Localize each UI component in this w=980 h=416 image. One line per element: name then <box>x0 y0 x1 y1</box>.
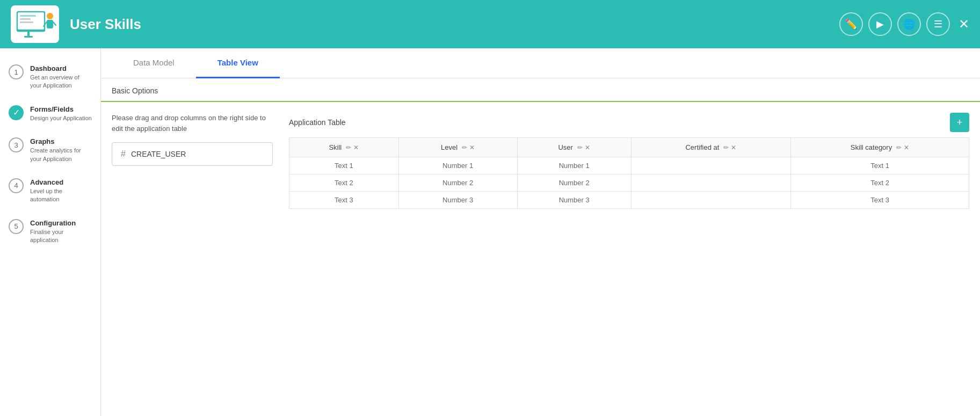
user-close-icon[interactable]: ✕ <box>585 144 590 151</box>
table-row: Text 2 Number 2 Number 2 Text 2 <box>289 174 969 192</box>
sidebar-item-dashboard[interactable]: 1 Dashboard Get an overview of your Appl… <box>0 57 100 98</box>
close-button[interactable]: ✕ <box>959 17 969 32</box>
sidebar-config-title: Configuration <box>30 219 92 227</box>
skillcat-edit-icon[interactable]: ✏ <box>896 144 902 151</box>
cell-skillcat-3: Text 3 <box>791 192 969 209</box>
sidebar-item-advanced[interactable]: 4 Advanced Level up the automation <box>0 171 100 211</box>
skill-close-icon[interactable]: ✕ <box>353 144 359 151</box>
tab-bar: Data Model Table View <box>101 48 980 78</box>
sidebar-item-graphs[interactable]: 3 Graphs Create analytics for your Appli… <box>0 130 100 171</box>
edit-button[interactable]: ✏️ <box>839 12 863 36</box>
options-title: Basic Options <box>112 86 158 95</box>
step-5-circle: 5 <box>9 219 24 234</box>
col-header-skill-category: Skill category ✏ ✕ <box>791 138 969 157</box>
play-button[interactable]: ▶ <box>868 12 892 36</box>
sidebar: 1 Dashboard Get an overview of your Appl… <box>0 48 101 416</box>
sidebar-item-config[interactable]: 5 Configuration Finalise your applicatio… <box>0 211 100 252</box>
sidebar-forms-title: Forms/Fields <box>30 105 92 113</box>
svg-rect-8 <box>47 20 53 28</box>
hash-icon: # <box>121 149 126 159</box>
svg-rect-3 <box>20 18 31 20</box>
skill-edit-icon[interactable]: ✏ <box>346 144 351 151</box>
inner-content: Please drag and drop columns on the righ… <box>101 102 980 416</box>
sidebar-dashboard-subtitle: Get an overview of your Application <box>30 74 92 90</box>
level-close-icon[interactable]: ✕ <box>469 144 475 151</box>
sidebar-graphs-subtitle: Create analytics for your Application <box>30 147 92 163</box>
col-header-level: Level ✏ ✕ <box>398 138 517 157</box>
create-user-label: CREATE_USER <box>131 150 186 158</box>
col-header-skill: Skill ✏ ✕ <box>289 138 399 157</box>
cell-user-3: Number 3 <box>517 192 631 209</box>
table-header-row: Application Table + <box>289 113 969 132</box>
application-table: Skill ✏ ✕ Level <box>289 137 969 209</box>
certified-close-icon[interactable]: ✕ <box>731 144 736 151</box>
globe-button[interactable]: 🌐 <box>897 12 921 36</box>
svg-line-10 <box>53 22 56 25</box>
cell-certified-3 <box>631 192 790 209</box>
col-header-certified: Certified at ✏ ✕ <box>631 138 790 157</box>
cell-skill-2: Text 2 <box>289 174 399 192</box>
page-title: User Skills <box>70 16 141 33</box>
col-header-user: User ✏ ✕ <box>517 138 631 157</box>
right-panel: Application Table + Skill ✏ ✕ <box>289 113 969 405</box>
cell-level-1: Number 1 <box>398 157 517 174</box>
svg-rect-6 <box>24 36 33 38</box>
sidebar-config-subtitle: Finalise your application <box>30 228 92 245</box>
content-area: Data Model Table View Basic Options Plea… <box>101 48 980 416</box>
cell-certified-1 <box>631 157 790 174</box>
level-edit-icon[interactable]: ✏ <box>462 144 467 151</box>
app-table-title: Application Table <box>289 118 346 127</box>
sidebar-advanced-title: Advanced <box>30 178 92 186</box>
add-column-button[interactable]: + <box>950 113 969 132</box>
step-3-circle: 3 <box>9 137 24 152</box>
main-layout: 1 Dashboard Get an overview of your Appl… <box>0 48 980 416</box>
options-section: Basic Options <box>101 78 980 102</box>
table-row: Text 3 Number 3 Number 3 Text 3 <box>289 192 969 209</box>
left-panel-description: Please drag and drop columns on the righ… <box>112 113 273 134</box>
cell-skill-3: Text 3 <box>289 192 399 209</box>
sidebar-advanced-subtitle: Level up the automation <box>30 187 92 204</box>
header-logo <box>11 5 59 43</box>
svg-point-7 <box>47 13 53 19</box>
svg-rect-1 <box>18 12 44 30</box>
svg-rect-2 <box>20 15 36 17</box>
step-1-circle: 1 <box>9 64 24 79</box>
table-row: Text 1 Number 1 Number 1 Text 1 <box>289 157 969 174</box>
certified-edit-icon[interactable]: ✏ <box>723 144 729 151</box>
step-check-circle: ✓ <box>9 105 24 120</box>
cell-level-3: Number 3 <box>398 192 517 209</box>
left-panel: Please drag and drop columns on the righ… <box>112 113 273 405</box>
skillcat-close-icon[interactable]: ✕ <box>904 144 909 151</box>
sidebar-item-forms[interactable]: ✓ Forms/Fields Design your Application <box>0 98 100 130</box>
svg-rect-5 <box>27 32 30 36</box>
sidebar-graphs-title: Graphs <box>30 137 92 145</box>
header-actions: ✏️ ▶ 🌐 ☰ ✕ <box>839 12 969 36</box>
menu-button[interactable]: ☰ <box>926 12 950 36</box>
svg-rect-4 <box>20 21 33 23</box>
tab-table-view[interactable]: Table View <box>196 48 280 78</box>
cell-certified-2 <box>631 174 790 192</box>
user-edit-icon[interactable]: ✏ <box>577 144 583 151</box>
tab-data-model[interactable]: Data Model <box>112 48 196 78</box>
cell-level-2: Number 2 <box>398 174 517 192</box>
cell-skill-1: Text 1 <box>289 157 399 174</box>
cell-skillcat-1: Text 1 <box>791 157 969 174</box>
create-user-item[interactable]: # CREATE_USER <box>112 142 273 166</box>
cell-user-2: Number 2 <box>517 174 631 192</box>
sidebar-dashboard-title: Dashboard <box>30 64 92 72</box>
sidebar-forms-subtitle: Design your Application <box>30 114 92 122</box>
step-4-circle: 4 <box>9 178 24 193</box>
cell-skillcat-2: Text 2 <box>791 174 969 192</box>
cell-user-1: Number 1 <box>517 157 631 174</box>
header: User Skills ✏️ ▶ 🌐 ☰ ✕ <box>0 0 980 48</box>
